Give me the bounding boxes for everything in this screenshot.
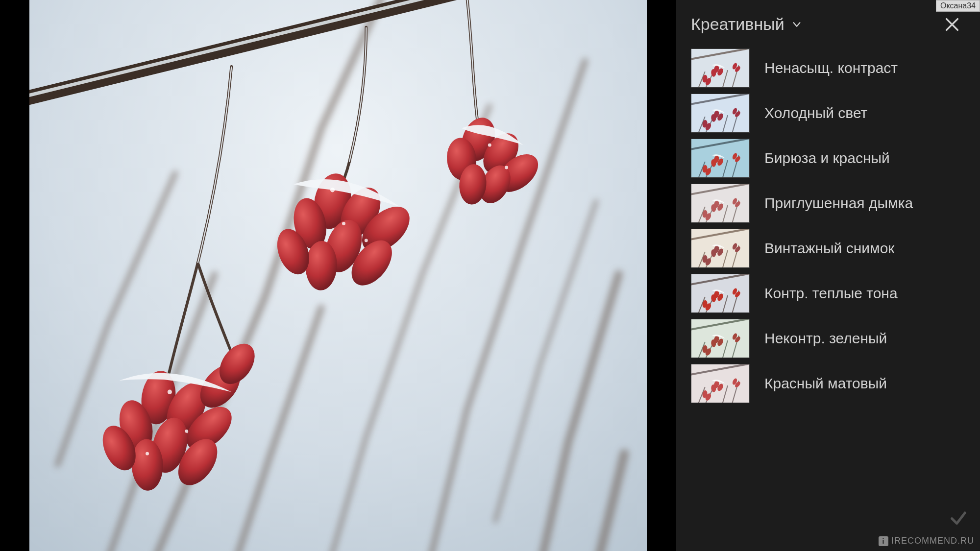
svg-rect-57 (691, 184, 749, 222)
confirm-button[interactable] (949, 508, 968, 527)
svg-point-26 (342, 222, 345, 225)
svg-point-31 (488, 144, 491, 147)
preset-item[interactable]: Бирюза и красный (691, 139, 965, 178)
preset-item[interactable]: Винтажный снимок (691, 229, 965, 268)
svg-rect-49 (691, 139, 749, 177)
preset-label: Приглушенная дымка (764, 195, 913, 212)
preset-thumbnail (691, 139, 750, 178)
user-tag: Оксана34 (936, 0, 980, 12)
presets-panel: Креативный (676, 0, 980, 551)
close-button[interactable] (944, 16, 960, 33)
watermark: i IRECOMMEND.RU (879, 536, 974, 546)
svg-point-25 (330, 188, 335, 192)
watermark-text: IRECOMMEND.RU (891, 536, 974, 546)
preset-thumbnail (691, 319, 750, 358)
svg-rect-41 (691, 94, 749, 132)
preset-list[interactable]: Ненасыщ. контраст Холодный свет (676, 48, 980, 551)
preset-label: Бирюза и красный (764, 150, 890, 167)
preset-label: Холодный свет (764, 105, 867, 121)
svg-point-28 (168, 390, 172, 394)
preset-thumbnail (691, 48, 750, 88)
preset-thumbnail (691, 184, 750, 223)
preset-category-dropdown[interactable]: Креативный (691, 15, 802, 34)
svg-point-27 (365, 239, 368, 242)
preset-label: Красный матовый (764, 375, 887, 392)
preset-label: Контр. теплые тона (764, 285, 898, 302)
preset-thumbnail (691, 364, 750, 403)
close-icon (944, 26, 960, 34)
preset-label: Неконтр. зеленый (764, 330, 887, 347)
svg-rect-89 (691, 364, 749, 403)
preset-item[interactable]: Контр. теплые тона (691, 274, 965, 313)
preset-thumbnail (691, 229, 750, 268)
preset-item[interactable]: Красный матовый (691, 364, 965, 403)
check-icon (949, 521, 968, 529)
preset-thumbnail (691, 94, 750, 133)
svg-rect-33 (691, 49, 749, 87)
svg-point-29 (185, 430, 188, 433)
svg-point-30 (146, 452, 149, 455)
svg-rect-73 (691, 274, 749, 312)
preset-item[interactable]: Неконтр. зеленый (691, 319, 965, 358)
preset-item[interactable]: Холодный свет (691, 94, 965, 133)
svg-point-32 (505, 166, 508, 169)
panel-title: Креативный (691, 15, 784, 34)
photo-canvas (0, 0, 676, 551)
chevron-down-icon (791, 19, 802, 30)
preset-item[interactable]: Ненасыщ. контраст (691, 48, 965, 88)
main-photo (29, 0, 647, 551)
preset-item[interactable]: Приглушенная дымка (691, 184, 965, 223)
svg-rect-81 (691, 319, 749, 358)
app-root: Креативный (0, 0, 980, 551)
preset-thumbnail (691, 274, 750, 313)
watermark-badge-icon: i (879, 536, 888, 546)
panel-header: Креативный (676, 0, 980, 48)
svg-rect-65 (691, 229, 749, 267)
preset-label: Винтажный снимок (764, 240, 894, 257)
preset-label: Ненасыщ. контраст (764, 60, 898, 76)
